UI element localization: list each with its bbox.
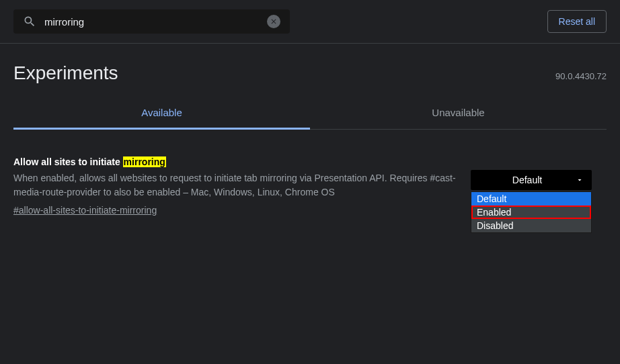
flag-description: When enabled, allows all websites to req… [13, 171, 457, 199]
search-input[interactable] [44, 16, 267, 28]
flag-title-prefix: Allow all sites to initiate [13, 156, 123, 167]
flag-title-highlight: mirroring [123, 156, 166, 167]
flag-select-value: Default [479, 175, 576, 185]
top-bar: Reset all [0, 0, 620, 44]
flag-entry: Allow all sites to initiate mirroring Wh… [0, 130, 620, 229]
flag-control: Default Default Enabled Disabled [471, 156, 592, 216]
tab-unavailable[interactable]: Unavailable [310, 97, 607, 130]
clear-search-button[interactable] [267, 15, 280, 28]
version-text: 90.0.4430.72 [555, 71, 607, 81]
flag-info: Allow all sites to initiate mirroring Wh… [13, 156, 457, 216]
reset-all-button[interactable]: Reset all [547, 10, 607, 33]
option-enabled[interactable]: Enabled [471, 206, 591, 219]
flag-hash-link[interactable]: #allow-all-sites-to-initiate-mirroring [13, 205, 157, 216]
tab-available[interactable]: Available [13, 97, 310, 130]
tabs: Available Unavailable [13, 97, 607, 130]
flag-select-dropdown: Default Enabled Disabled [471, 191, 592, 233]
close-icon [270, 17, 278, 26]
search-container [13, 9, 290, 34]
flag-title: Allow all sites to initiate mirroring [13, 156, 457, 167]
page-title: Experiments [13, 62, 118, 84]
flag-select[interactable]: Default [471, 170, 592, 190]
search-icon [23, 15, 36, 28]
header-row: Experiments 90.0.4430.72 [0, 44, 620, 97]
chevron-down-icon [576, 176, 584, 184]
option-default[interactable]: Default [471, 192, 591, 206]
option-disabled[interactable]: Disabled [471, 219, 591, 232]
